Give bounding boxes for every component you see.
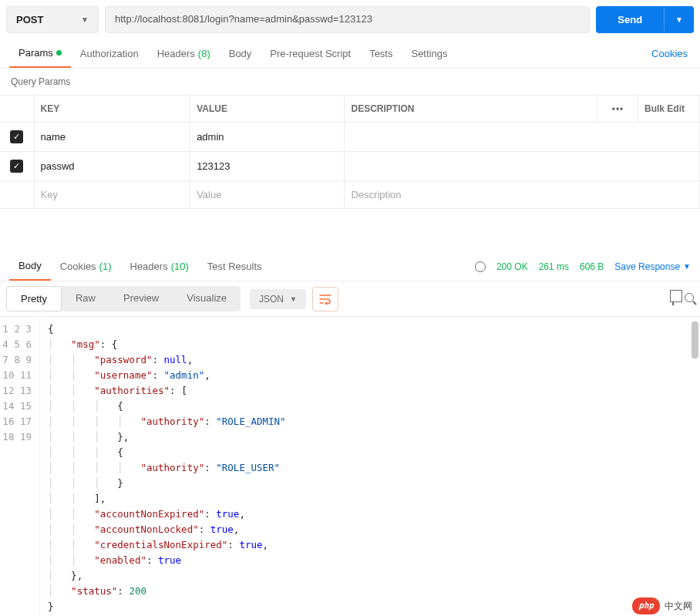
col-value: VALUE	[190, 96, 345, 123]
cookies-link[interactable]: Cookies	[648, 40, 691, 67]
send-button[interactable]: Send ▼	[596, 6, 694, 33]
table-header-row: KEY VALUE DESCRIPTION ••• Bulk Edit	[0, 96, 700, 123]
chevron-down-icon: ▼	[290, 295, 297, 303]
param-key[interactable]: passwd	[34, 152, 190, 181]
watermark: php 中文网	[632, 597, 692, 614]
chevron-down-icon: ▼	[683, 262, 691, 271]
response-size: 606 B	[580, 261, 604, 272]
param-key[interactable]: name	[34, 123, 190, 152]
query-params-table: KEY VALUE DESCRIPTION ••• Bulk Edit ✓ na…	[0, 95, 700, 209]
globe-icon[interactable]	[475, 261, 486, 272]
tab-params[interactable]: Params	[9, 39, 71, 68]
response-time: 261 ms	[539, 261, 569, 272]
mode-preview[interactable]: Preview	[109, 286, 173, 311]
row-checkbox[interactable]: ✓	[10, 160, 23, 173]
request-url-input[interactable]: http://localhost:8081/login?name=admin&p…	[105, 6, 590, 33]
tab-body[interactable]: Body	[220, 40, 261, 67]
col-key: KEY	[34, 96, 190, 123]
status-badge: 200 OK	[496, 261, 528, 272]
resp-tab-body[interactable]: Body	[9, 252, 51, 281]
resp-tab-headers[interactable]: Headers (10)	[121, 253, 198, 280]
word-wrap-button[interactable]	[312, 287, 338, 311]
param-value[interactable]: 123123	[190, 152, 345, 181]
col-description: DESCRIPTION	[345, 96, 598, 123]
tab-authorization[interactable]: Authorization	[71, 40, 148, 67]
tab-settings[interactable]: Settings	[402, 40, 456, 67]
mode-visualize[interactable]: Visualize	[173, 286, 241, 311]
table-row[interactable]: ✓ passwd 123123	[0, 152, 700, 181]
resp-tab-cookies[interactable]: Cookies (1)	[51, 253, 121, 280]
resp-tab-test-results[interactable]: Test Results	[198, 253, 271, 280]
param-value-placeholder[interactable]: Value	[190, 181, 345, 209]
response-body-viewer[interactable]: 1 2 3 4 5 6 7 8 9 10 11 12 13 14 15 16 1…	[0, 317, 700, 616]
send-button-label: Send	[596, 6, 664, 33]
line-number-gutter: 1 2 3 4 5 6 7 8 9 10 11 12 13 14 15 16 1…	[0, 317, 40, 616]
tab-tests[interactable]: Tests	[360, 40, 402, 67]
code-content[interactable]: { │ "msg": { │ │ "password": null, │ │ "…	[40, 317, 700, 616]
scrollbar-thumb[interactable]	[692, 321, 698, 358]
params-active-dot-icon	[56, 50, 62, 56]
http-method-value: POST	[16, 14, 43, 25]
mode-pretty[interactable]: Pretty	[6, 286, 62, 311]
search-icon[interactable]	[685, 293, 694, 305]
language-select[interactable]: JSON ▼	[250, 289, 306, 309]
param-value[interactable]: admin	[190, 123, 345, 152]
table-row-new[interactable]: Key Value Description	[0, 181, 700, 209]
tab-headers[interactable]: Headers (8)	[148, 40, 220, 67]
bulk-edit-button[interactable]: Bulk Edit	[638, 96, 700, 123]
http-method-select[interactable]: POST ▼	[6, 6, 99, 33]
col-more-icon[interactable]: •••	[598, 96, 638, 123]
save-response-button[interactable]: Save Response ▼	[614, 261, 691, 272]
copy-icon[interactable]	[672, 293, 674, 305]
row-checkbox[interactable]: ✓	[10, 130, 23, 143]
chevron-down-icon: ▼	[81, 15, 89, 24]
table-row[interactable]: ✓ name admin	[0, 123, 700, 152]
param-desc-placeholder[interactable]: Description	[345, 181, 700, 209]
param-key-placeholder[interactable]: Key	[34, 181, 190, 209]
query-params-title: Query Params	[0, 69, 700, 95]
view-mode-group: Pretty Raw Preview Visualize	[6, 286, 241, 311]
tab-prerequest[interactable]: Pre-request Script	[261, 40, 360, 67]
param-description[interactable]	[345, 123, 700, 152]
send-dropdown[interactable]: ▼	[664, 8, 694, 32]
mode-raw[interactable]: Raw	[62, 286, 109, 311]
param-description[interactable]	[345, 152, 700, 181]
